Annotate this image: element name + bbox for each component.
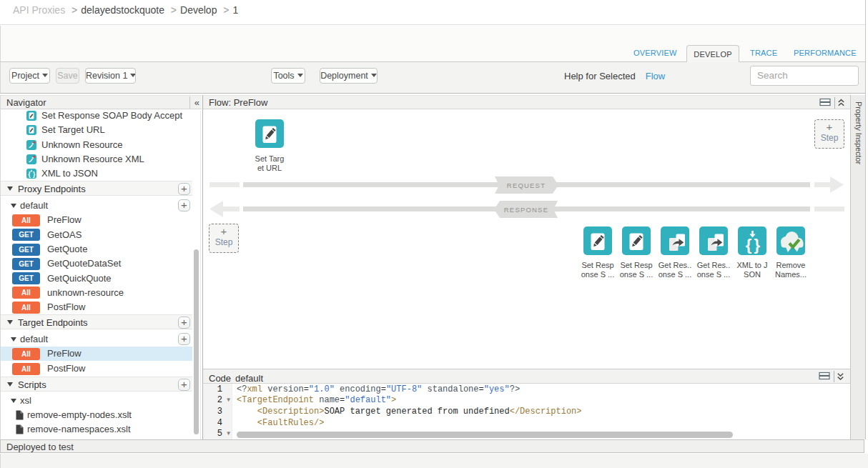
svg-text:{ }: { } (28, 170, 35, 178)
svg-text:}: } (754, 236, 760, 254)
svg-text:REQUEST: REQUEST (507, 181, 546, 189)
svg-text:RESPONSE: RESPONSE (504, 206, 548, 214)
svg-text:{: { (746, 236, 752, 254)
